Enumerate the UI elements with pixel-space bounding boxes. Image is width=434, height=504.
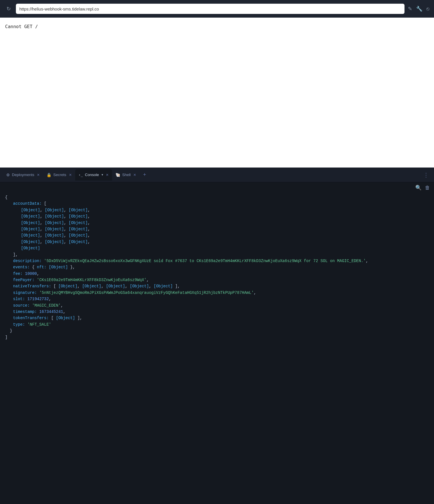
console-area: 🔍 🗑 { accountData: [ [Object], [Object],…	[0, 182, 434, 504]
console-toolbar: 🔍 🗑	[0, 182, 434, 193]
console-close[interactable]: ✕	[106, 173, 109, 177]
tab-deployments[interactable]: ⚙ Deployments ✕	[3, 169, 43, 181]
secrets-icon: 🔒	[47, 173, 51, 177]
shell-close[interactable]: ✕	[133, 173, 136, 177]
console-dropdown-arrow[interactable]: ▾	[102, 173, 103, 177]
clear-console-icon[interactable]: 🗑	[425, 185, 430, 191]
deployments-close[interactable]: ✕	[37, 173, 40, 177]
console-icon: ›_	[79, 173, 83, 177]
cannot-get-text: Cannot GET /	[5, 24, 38, 29]
secrets-label: Secrets	[53, 173, 66, 177]
wrench-icon[interactable]: 🔧	[416, 6, 422, 12]
shell-icon: 🐚	[115, 173, 120, 177]
share-icon[interactable]: ⎋	[426, 6, 429, 12]
deployments-label: Deployments	[12, 173, 34, 177]
add-tab-button[interactable]: +	[141, 171, 149, 179]
tab-more-button[interactable]: ⋮	[421, 172, 431, 178]
search-icon[interactable]: 🔍	[415, 185, 422, 191]
tab-secrets[interactable]: 🔒 Secrets ✕	[43, 169, 75, 181]
tab-shell[interactable]: 🐚 Shell ✕	[112, 169, 140, 181]
console-output: { accountData: [ [Object], [Object], [Ob…	[0, 193, 434, 504]
browser-action-icons: ✎ 🔧 ⎋	[408, 6, 429, 12]
browser-pane: ↻ ✎ 🔧 ⎋ Cannot GET /	[0, 0, 434, 168]
tab-console[interactable]: ›_ Console ▾ ✕	[75, 169, 112, 181]
deployments-icon: ⚙	[6, 173, 10, 177]
reload-button[interactable]: ↻	[5, 5, 12, 13]
secrets-close[interactable]: ✕	[69, 173, 72, 177]
tab-bar: ⚙ Deployments ✕ 🔒 Secrets ✕ ›_ Console ▾…	[0, 168, 434, 182]
bottom-panel: ⚙ Deployments ✕ 🔒 Secrets ✕ ›_ Console ▾…	[0, 168, 434, 504]
edit-icon[interactable]: ✎	[408, 6, 412, 12]
browser-toolbar: ↻ ✎ 🔧 ⎋	[0, 0, 434, 18]
console-label: Console	[85, 173, 99, 177]
shell-label: Shell	[122, 173, 131, 177]
browser-content: Cannot GET /	[0, 18, 434, 168]
url-bar[interactable]	[16, 4, 404, 14]
